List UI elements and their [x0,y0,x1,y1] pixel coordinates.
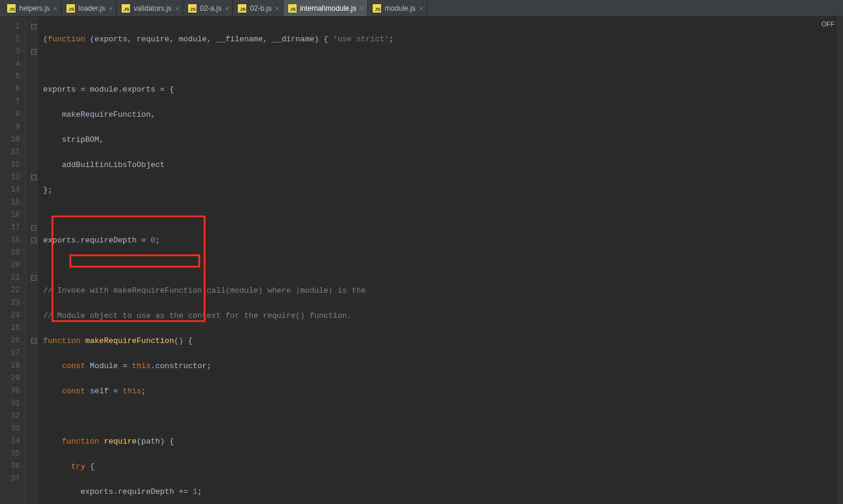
fold-toggle[interactable]: − [31,175,37,180]
tab-helpers[interactable]: JShelpers.js× [2,0,62,16]
fold-toggle[interactable]: − [31,275,37,281]
js-file-icon: JS [373,4,381,13]
marker-bar [836,17,843,504]
close-icon[interactable]: × [225,5,229,12]
fold-toggle[interactable]: − [31,238,37,243]
line-number-gutter: 1234567891011121314151617181920212223242… [0,17,29,504]
close-icon[interactable]: × [175,5,179,12]
inspection-status[interactable]: OFF [821,20,835,28]
close-icon[interactable]: × [419,5,423,12]
close-icon[interactable]: × [53,5,57,12]
js-file-icon: JS [67,4,75,13]
code-area[interactable]: (function (exports, require, module, __f… [38,17,836,504]
fold-toggle[interactable]: − [31,225,37,230]
js-file-icon: JS [188,4,197,13]
tab-02a[interactable]: JS02-a.js× [183,0,233,16]
tab-internal-module[interactable]: JSinternal\module.js× [283,0,368,16]
tab-bar: JShelpers.js× JSloader.js× JSvalidators.… [0,0,843,17]
fold-column: − − − − − − − [29,17,38,504]
tab-validators[interactable]: JSvalidators.js× [117,0,183,16]
tab-module[interactable]: JSmodule.js× [368,0,427,16]
close-icon[interactable]: × [109,5,113,12]
tab-02b[interactable]: JS02-b.js× [233,0,283,16]
js-file-icon: JS [122,4,130,13]
js-file-icon: JS [288,4,297,13]
close-icon[interactable]: × [275,5,279,12]
js-file-icon: JS [238,4,246,13]
close-icon[interactable]: × [360,5,364,12]
fold-toggle[interactable]: − [31,338,37,344]
fold-toggle[interactable]: − [31,24,37,29]
code-editor[interactable]: 1234567891011121314151617181920212223242… [0,17,843,504]
js-file-icon: JS [7,4,16,13]
tab-loader[interactable]: JSloader.js× [62,0,117,16]
fold-toggle[interactable]: − [31,49,37,54]
